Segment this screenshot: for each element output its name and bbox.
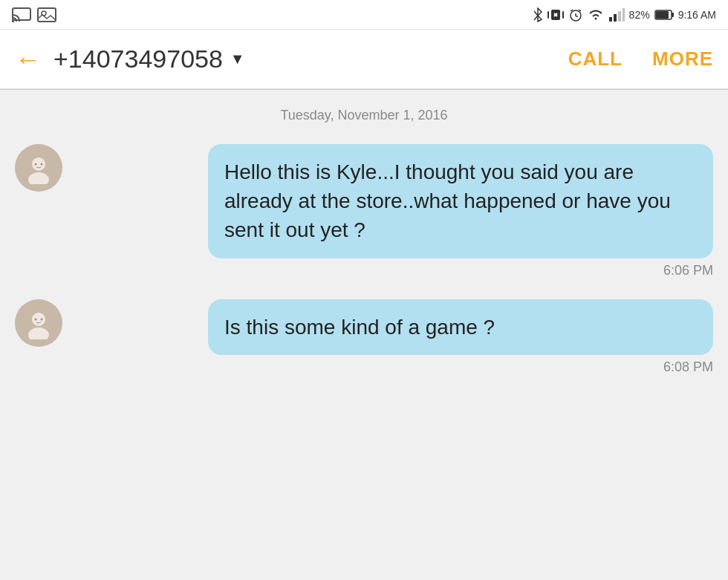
timestamp-2: 6:08 PM bbox=[663, 359, 713, 375]
svg-point-26 bbox=[41, 318, 43, 320]
svg-rect-12 bbox=[609, 17, 612, 22]
message-row-2: Is this some kind of a game ? 6:08 PM bbox=[15, 299, 713, 375]
svg-point-20 bbox=[28, 172, 49, 184]
avatar bbox=[15, 144, 62, 192]
message-bubble-1: Hello this is Kyle...I thought you said … bbox=[208, 144, 713, 258]
timestamp-1: 6:06 PM bbox=[663, 263, 713, 278]
signal-icon bbox=[608, 8, 625, 22]
cast-icon bbox=[12, 7, 31, 22]
svg-point-22 bbox=[41, 163, 43, 166]
action-bar: ← +14073497058 ▼ CALL MORE bbox=[0, 30, 728, 89]
bluetooth-icon bbox=[533, 7, 543, 22]
svg-point-21 bbox=[35, 163, 37, 166]
avatar-2 bbox=[15, 299, 62, 347]
photo-icon bbox=[37, 7, 56, 22]
vibrate-icon bbox=[547, 7, 564, 22]
wifi-icon bbox=[588, 8, 604, 22]
message-area: Tuesday, November 1, 2016 Hello this is … bbox=[0, 90, 728, 580]
status-bar-right: 82% 9:16 AM bbox=[533, 7, 716, 22]
status-bar: 82% 9:16 AM bbox=[0, 0, 728, 30]
bubble-wrapper-2: Is this some kind of a game ? 6:08 PM bbox=[73, 299, 713, 375]
status-bar-left bbox=[12, 7, 56, 22]
battery-percent: 82% bbox=[629, 9, 650, 21]
message-row: Hello this is Kyle...I thought you said … bbox=[15, 144, 713, 278]
bubble-wrapper-1: Hello this is Kyle...I thought you said … bbox=[73, 144, 713, 278]
back-button[interactable]: ← bbox=[15, 46, 42, 73]
svg-rect-17 bbox=[672, 13, 674, 17]
svg-point-25 bbox=[35, 318, 37, 320]
phone-number: +14073497058 ▼ bbox=[53, 45, 539, 74]
date-label: Tuesday, November 1, 2016 bbox=[15, 108, 713, 123]
svg-rect-15 bbox=[623, 8, 625, 22]
svg-point-23 bbox=[32, 313, 45, 326]
alarm-icon bbox=[568, 7, 583, 22]
call-button[interactable]: CALL bbox=[568, 48, 623, 71]
message-bubble-2: Is this some kind of a game ? bbox=[208, 299, 713, 355]
dropdown-icon[interactable]: ▼ bbox=[230, 50, 245, 68]
time-display: 9:16 AM bbox=[678, 9, 716, 21]
svg-rect-14 bbox=[618, 11, 621, 22]
svg-rect-18 bbox=[656, 11, 669, 19]
svg-point-24 bbox=[28, 328, 49, 339]
battery-icon bbox=[654, 9, 674, 21]
more-button[interactable]: MORE bbox=[652, 48, 713, 71]
svg-rect-13 bbox=[614, 14, 617, 22]
svg-point-19 bbox=[32, 157, 45, 171]
svg-rect-2 bbox=[38, 8, 56, 22]
